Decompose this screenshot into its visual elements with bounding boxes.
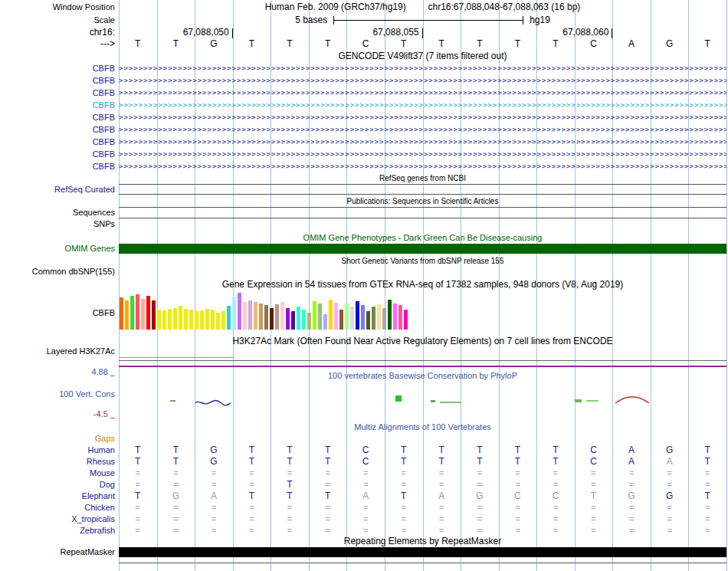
repeatmasker-bar[interactable] bbox=[119, 547, 726, 557]
alignment-base: = bbox=[385, 502, 423, 514]
species-label[interactable]: Gaps bbox=[0, 433, 115, 445]
alignment-base: T bbox=[309, 491, 347, 502]
transcript-arrows[interactable]: >>>>>>>>>>>>>>>>>>>>>>>>>>>>>>>>>>>>>>>>… bbox=[119, 111, 726, 123]
window-position-row: Window Position Human Feb. 2009 (GRCh37/… bbox=[0, 2, 728, 12]
alignment-base: A bbox=[423, 491, 461, 502]
gene-row[interactable]: CBFB>>>>>>>>>>>>>>>>>>>>>>>>>>>>>>>>>>>>… bbox=[0, 123, 728, 136]
alignment-base: = bbox=[385, 468, 423, 479]
gene-row[interactable]: CBFB>>>>>>>>>>>>>>>>>>>>>>>>>>>>>>>>>>>>… bbox=[0, 62, 728, 74]
gene-label[interactable]: CBFB bbox=[0, 136, 115, 148]
dbsnp-row[interactable]: Common dbSNP(155) bbox=[0, 267, 728, 277]
snps-label[interactable]: SNPs bbox=[0, 219, 115, 229]
snps-row[interactable]: SNPs bbox=[0, 219, 728, 229]
multiz-row-x_tropicalis[interactable]: X_tropicalis================ bbox=[0, 514, 728, 525]
alignment-cells: TTGTTTCTTTTTCAGT bbox=[119, 445, 726, 456]
omim-track-row[interactable]: OMIM Genes bbox=[0, 244, 728, 254]
sequences-row[interactable]: Sequences bbox=[0, 208, 728, 217]
alignment-base: T bbox=[271, 479, 309, 491]
base-letter: T bbox=[119, 38, 157, 50]
alignment-base: = bbox=[309, 525, 347, 537]
species-label[interactable]: Chicken bbox=[0, 502, 115, 514]
gene-row[interactable]: CBFB>>>>>>>>>>>>>>>>>>>>>>>>>>>>>>>>>>>>… bbox=[0, 148, 728, 160]
multiz-row-mouse[interactable]: Mouse================ bbox=[0, 468, 728, 479]
gene-label[interactable]: CBFB bbox=[0, 99, 115, 111]
alignment-base: = bbox=[119, 514, 157, 525]
species-label[interactable]: X_tropicalis bbox=[0, 514, 115, 525]
transcript-arrows[interactable]: >>>>>>>>>>>>>>>>>>>>>>>>>>>>>>>>>>>>>>>>… bbox=[119, 160, 726, 172]
alignment-base: = bbox=[575, 514, 613, 525]
base-letter: A bbox=[612, 38, 651, 50]
species-label[interactable]: Human bbox=[0, 445, 115, 456]
refseq-curated-label[interactable]: RefSeq Curated bbox=[0, 185, 115, 194]
alignment-base: = bbox=[688, 468, 726, 479]
multiz-row-chicken[interactable]: Chicken================ bbox=[0, 502, 728, 514]
multiz-row-rhesus[interactable]: RhesusTTGTTTCTTTTTCAAT bbox=[0, 456, 728, 468]
alignment-cells bbox=[119, 433, 726, 445]
alignment-base: T bbox=[157, 456, 195, 468]
alignment-base: = bbox=[119, 502, 157, 514]
alignment-base: = bbox=[575, 525, 613, 537]
base-letter: T bbox=[688, 38, 726, 50]
species-label[interactable]: Zebrafish bbox=[0, 525, 115, 537]
alignment-base: = bbox=[688, 525, 726, 537]
transcript-arrows[interactable]: >>>>>>>>>>>>>>>>>>>>>>>>>>>>>>>>>>>>>>>>… bbox=[119, 148, 726, 160]
multiz-row-elephant[interactable]: ElephantTGATTTATAGCCTGGT bbox=[0, 491, 728, 502]
alignment-base: = bbox=[157, 502, 195, 514]
transcript-arrows[interactable]: >>>>>>>>>>>>>>>>>>>>>>>>>>>>>>>>>>>>>>>>… bbox=[119, 99, 726, 111]
omim-label[interactable]: OMIM Genes bbox=[0, 244, 115, 254]
transcript-arrows[interactable]: >>>>>>>>>>>>>>>>>>>>>>>>>>>>>>>>>>>>>>>>… bbox=[119, 74, 726, 87]
alignment-base: T bbox=[575, 491, 613, 502]
gtex-title-row: Gene Expression in 54 tissues from GTEx … bbox=[0, 279, 728, 290]
gtex-gene-label[interactable]: CBFB bbox=[0, 308, 115, 318]
gene-label[interactable]: CBFB bbox=[0, 160, 115, 172]
gene-row[interactable]: CBFB>>>>>>>>>>>>>>>>>>>>>>>>>>>>>>>>>>>>… bbox=[0, 136, 728, 148]
alignment-base: = bbox=[157, 514, 195, 525]
repeatmasker-label[interactable]: RepeatMasker bbox=[0, 547, 115, 557]
sequences-label[interactable]: Sequences bbox=[0, 208, 115, 217]
gene-row[interactable]: CBFB>>>>>>>>>>>>>>>>>>>>>>>>>>>>>>>>>>>>… bbox=[0, 99, 728, 111]
species-label[interactable]: Rhesus bbox=[0, 456, 115, 468]
alignment-base: T bbox=[688, 456, 726, 468]
alignment-base: = bbox=[575, 468, 613, 479]
gene-row[interactable]: CBFB>>>>>>>>>>>>>>>>>>>>>>>>>>>>>>>>>>>>… bbox=[0, 74, 728, 87]
transcript-arrows[interactable]: >>>>>>>>>>>>>>>>>>>>>>>>>>>>>>>>>>>>>>>>… bbox=[119, 62, 726, 74]
conservation-label[interactable]: 100 Vert. Cons bbox=[0, 389, 115, 399]
species-label[interactable]: Dog bbox=[0, 479, 115, 491]
gene-label[interactable]: CBFB bbox=[0, 148, 115, 160]
repeatmasker-row[interactable]: RepeatMasker bbox=[0, 547, 728, 557]
transcript-arrows[interactable]: >>>>>>>>>>>>>>>>>>>>>>>>>>>>>>>>>>>>>>>>… bbox=[119, 136, 726, 148]
alignment-base: = bbox=[536, 502, 575, 514]
multiz-track[interactable]: GapsHumanTTGTTTCTTTTTCAGTRhesusTTGTTTCTT… bbox=[0, 433, 728, 537]
coordinate-label: 67,088,055 bbox=[327, 27, 419, 38]
h3k27ac-label[interactable]: Layered H3K27Ac bbox=[0, 346, 115, 356]
species-label[interactable]: Elephant bbox=[0, 491, 115, 502]
transcript-arrows[interactable]: >>>>>>>>>>>>>>>>>>>>>>>>>>>>>>>>>>>>>>>>… bbox=[119, 123, 726, 136]
multiz-row-gaps[interactable]: Gaps bbox=[0, 433, 728, 445]
gene-label[interactable]: CBFB bbox=[0, 111, 115, 123]
multiz-row-zebrafish[interactable]: Zebrafish================ bbox=[0, 525, 728, 537]
refseq-curated-row[interactable]: RefSeq Curated bbox=[0, 185, 728, 194]
gene-row[interactable]: CBFB>>>>>>>>>>>>>>>>>>>>>>>>>>>>>>>>>>>>… bbox=[0, 160, 728, 172]
alignment-base: = bbox=[499, 468, 537, 479]
alignment-base: T bbox=[233, 445, 271, 456]
multiz-row-human[interactable]: HumanTTGTTTCTTTTTCAGT bbox=[0, 445, 728, 456]
alignment-base: = bbox=[461, 468, 499, 479]
gene-label[interactable]: CBFB bbox=[0, 62, 115, 74]
omim-track-bar[interactable] bbox=[119, 244, 726, 254]
dbsnp-label[interactable]: Common dbSNP(155) bbox=[0, 267, 115, 277]
alignment-base: = bbox=[688, 479, 726, 491]
gene-label[interactable]: CBFB bbox=[0, 123, 115, 136]
alignment-base: = bbox=[423, 479, 461, 491]
species-label[interactable]: Mouse bbox=[0, 468, 115, 479]
gene-row[interactable]: CBFB>>>>>>>>>>>>>>>>>>>>>>>>>>>>>>>>>>>>… bbox=[0, 111, 728, 123]
gene-row[interactable]: CBFB>>>>>>>>>>>>>>>>>>>>>>>>>>>>>>>>>>>>… bbox=[0, 87, 728, 99]
gencode-track[interactable]: CBFB>>>>>>>>>>>>>>>>>>>>>>>>>>>>>>>>>>>>… bbox=[0, 62, 728, 172]
assembly-title: Human Feb. 2009 (GRCh37/hg19) bbox=[265, 2, 406, 12]
multiz-row-dog[interactable]: Dog====T=========== bbox=[0, 479, 728, 491]
gene-label[interactable]: CBFB bbox=[0, 87, 115, 99]
base-letter: T bbox=[385, 38, 423, 50]
gene-label[interactable]: CBFB bbox=[0, 74, 115, 87]
transcript-arrows[interactable]: >>>>>>>>>>>>>>>>>>>>>>>>>>>>>>>>>>>>>>>>… bbox=[119, 87, 726, 99]
alignment-base: = bbox=[499, 514, 537, 525]
alignment-base: T bbox=[688, 445, 726, 456]
